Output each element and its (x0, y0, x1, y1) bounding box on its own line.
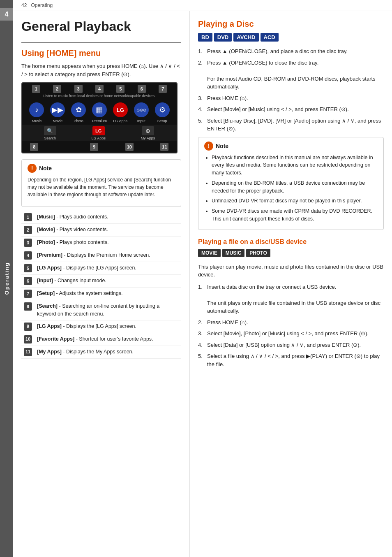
music-icon: ♪ (29, 102, 44, 117)
def-text-1: [Music] - Plays audio contents. (35, 211, 181, 224)
badge-movie: MOVIE (198, 249, 221, 257)
premium-label: Premium (92, 119, 107, 123)
photo-icon: ✿ (71, 102, 86, 117)
disc-step-1: 1. Press ▲ (OPEN/CLOSE), and place a dis… (198, 47, 384, 56)
note-box-left: ! Note Depending on the region, [LG Apps… (21, 159, 181, 207)
note-header-left: ! Note (28, 164, 175, 173)
search-label: Search (44, 136, 56, 140)
def-item-6: 6 [Input] - Changes input mode. (21, 275, 181, 288)
disc-badge-row: BD DVD AVCHD ACD (198, 33, 384, 42)
page-number: 42 (21, 2, 27, 8)
def-text-8: [Search] - Searching an on-line content … (35, 300, 181, 320)
badge-acd: ACD (261, 33, 279, 42)
file-step-2: 2. Press HOME (⌂). (198, 318, 384, 327)
note-bullet-2: Depending on the BD-ROM titles, a USB de… (212, 179, 378, 195)
def-item-10: 10 [Favorite Apps] - Shortcut for user's… (21, 333, 181, 346)
side-tab-label: Operating (4, 262, 10, 295)
bottom-numbers-row: 8 9 10 11 (22, 141, 177, 153)
myapps-icon: ⊕ (142, 126, 154, 135)
def-num-7: 7 (24, 290, 32, 298)
page-section: Operating (31, 2, 53, 8)
note-bullet-1: Playback functions described in this man… (212, 154, 378, 177)
badge-avchd: AVCHD (233, 33, 258, 42)
def-text-7: [Setup] - Adjusts the system settings. (35, 288, 181, 300)
home-icon-input: ⊙⊙⊙ Input (134, 102, 149, 123)
premium-icon: ▦ (92, 102, 107, 117)
setup-label: Setup (157, 119, 167, 123)
badge-bd: BD (198, 33, 212, 42)
home-icon-movie: ▶▶ Movie (50, 102, 65, 123)
num-badge-4: 4 (95, 85, 104, 93)
note-header-right: ! Note (204, 142, 378, 151)
input-icon: ⊙⊙⊙ (134, 102, 149, 117)
file-step-1: 1. Insert a data disc on the tray or con… (198, 283, 384, 315)
badge-photo: PHOTO (246, 249, 270, 257)
file-step-3: 3. Select [Movie], [Photo] or [Music] us… (198, 330, 384, 338)
num-badge-1: 1 (32, 85, 40, 93)
photo-label: Photo (74, 119, 83, 123)
num-badge-5: 5 (116, 85, 125, 93)
num-badge-8: 8 (30, 143, 38, 151)
home-icon-music: ♪ Music (29, 102, 44, 123)
def-num-10: 10 (24, 335, 32, 343)
lgapps-icon: LG (113, 102, 128, 117)
note-title-right: Note (216, 143, 228, 149)
home-bottom-row: 🔍 Search LG LG Apps ⊕ My Apps (22, 125, 177, 141)
home-bottom-lgapps: LG LG Apps (91, 126, 106, 140)
playing-file-title: Playing a file on a disc/USB device (198, 238, 384, 246)
disc-step-4: 4. Select [Movie] or [Music] using < / >… (198, 105, 384, 114)
home-menu-image: 1 2 3 4 5 6 7 Listen to music from local… (21, 82, 178, 153)
def-text-11: [My Apps] - Displays the My Apps screen. (35, 346, 181, 358)
def-item-8: 8 [Search] - Searching an on-line conten… (21, 300, 181, 320)
lgapps-bottom-label: LG Apps (91, 136, 106, 140)
def-text-2: [Movie] - Plays video contents. (35, 224, 181, 237)
def-num-8: 8 (24, 302, 32, 311)
note-text-left: Depending on the region, [LG Apps] servi… (28, 176, 175, 198)
home-bottom-myapps: ⊕ My Apps (141, 126, 155, 140)
def-text-9: [LG Apps] - Displays the [LG Apps] scree… (35, 320, 181, 333)
def-text-6: [Input] - Changes input mode. (35, 275, 181, 288)
playing-file-steps: 1. Insert a data disc on the tray or con… (198, 283, 384, 369)
note-bullets-right: Playback functions described in this man… (204, 154, 378, 223)
top-numbers-row: 1 2 3 4 5 6 7 (22, 83, 177, 93)
def-item-9: 9 [LG Apps] - Displays the [LG Apps] scr… (21, 320, 181, 333)
num-badge-3: 3 (74, 85, 83, 93)
left-column: General Playback Using [HOME] menu The h… (13, 11, 190, 557)
main-content: 42 Operating General Playback Using [HOM… (13, 0, 392, 557)
note-box-right: ! Note Playback functions described in t… (198, 137, 384, 230)
def-num-11: 11 (24, 348, 32, 356)
side-tab-number: 4 (0, 8, 13, 21)
home-menu-icons-row: ♪ Music ▶▶ Movie ✿ Photo ▦ (22, 99, 177, 125)
def-num-9: 9 (24, 323, 32, 331)
section1-title: Using [HOME] menu (21, 49, 181, 58)
page-header: 42 Operating (13, 0, 392, 11)
movie-icon: ▶▶ (50, 102, 65, 117)
home-icon-lgapps: LG LG Apps (113, 102, 128, 123)
note-title-left: Note (39, 165, 52, 172)
columns: General Playback Using [HOME] menu The h… (13, 11, 392, 557)
home-menu-subtitle: Listen to music from local devices or ho… (22, 93, 177, 99)
def-item-11: 11 [My Apps] - Displays the My Apps scre… (21, 346, 181, 358)
def-text-4: [Premium] - Displays the Premium Home sc… (35, 249, 181, 262)
def-num-4: 4 (24, 251, 32, 260)
home-bottom-search: 🔍 Search (44, 126, 56, 140)
disc-step-5: 5. Select [Blu-ray Disc], [DVD], [VR] or… (198, 117, 384, 133)
playing-disc-steps: 1. Press ▲ (OPEN/CLOSE), and place a dis… (198, 47, 384, 133)
definition-list: 1 [Music] - Plays audio contents. 2 [Mov… (21, 211, 181, 359)
def-text-10: [Favorite Apps] - Shortcut for user's fa… (35, 333, 181, 346)
def-item-3: 3 [Photo] - Plays photo contents. (21, 237, 181, 249)
note-icon-left: ! (28, 164, 37, 173)
file-step-4: 4. Select [Data] or [USB] option using ∧… (198, 341, 384, 349)
num-badge-7: 7 (159, 85, 167, 93)
input-label: Input (137, 119, 145, 123)
disc-step-3: 3. Press HOME (⌂). (198, 94, 384, 102)
num-badge-9: 9 (90, 143, 98, 151)
def-num-6: 6 (24, 277, 32, 285)
home-icon-photo: ✿ Photo (71, 102, 86, 123)
main-title: General Playback (21, 19, 181, 34)
file-step-5: 5. Select a file using ∧ / ∨ / < / >, an… (198, 352, 384, 368)
badge-dvd: DVD (214, 33, 232, 42)
def-item-1: 1 [Music] - Plays audio contents. (21, 211, 181, 224)
side-tab: 4 Operating (0, 0, 13, 557)
def-num-2: 2 (24, 226, 32, 234)
